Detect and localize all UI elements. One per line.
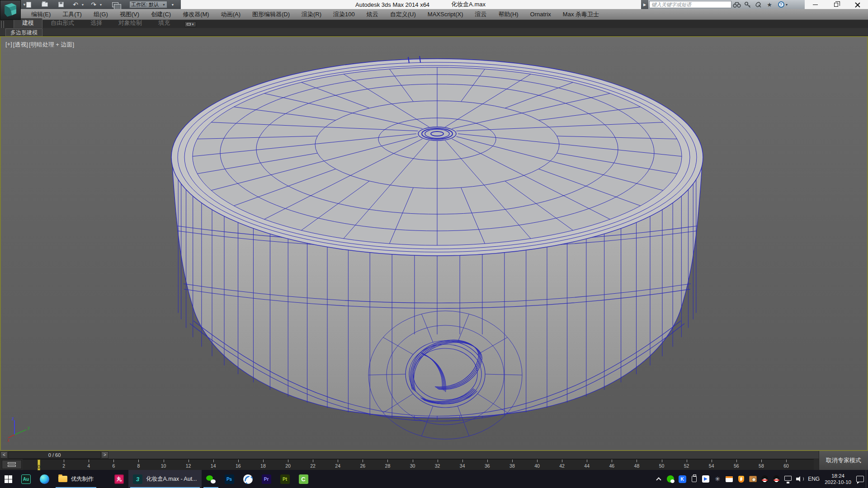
tray-network[interactable] — [782, 470, 794, 488]
menu-item-9[interactable]: 渲染(R) — [296, 9, 327, 20]
menu-item-12[interactable]: 自定义(U) — [384, 9, 422, 20]
taskbar-aperture-app[interactable] — [239, 470, 257, 488]
menu-item-8[interactable]: 图形编辑器(D) — [246, 9, 296, 20]
minimize-button[interactable] — [808, 0, 822, 9]
qat-customize-button[interactable]: ▼ — [169, 1, 176, 8]
restore-button[interactable] — [830, 0, 843, 9]
screen: ↶ ▼ ↷ ▼ 工作区: 默认 ▼ ▼ Autodesk 3ds Max 201… — [0, 0, 868, 488]
tray-usb[interactable] — [688, 470, 700, 488]
taskbar-photoshop[interactable]: Ps — [220, 470, 239, 488]
show-desktop-button[interactable] — [866, 470, 868, 488]
ribbon-tab-4[interactable]: 对象绘制 — [110, 19, 150, 28]
tray-wechat[interactable] — [665, 470, 676, 488]
close-button[interactable] — [851, 0, 864, 9]
help-button[interactable]: ? ▼ — [778, 0, 788, 9]
action-center-button[interactable] — [854, 470, 866, 488]
next-frame-button[interactable]: > — [101, 451, 108, 459]
redo-dropdown[interactable]: ▼ — [99, 1, 103, 8]
ruler-tick — [138, 460, 139, 462]
workspace-selector[interactable]: 工作区: 默认 ▼ — [129, 1, 167, 8]
viewport-pov-menu[interactable]: [透视] — [13, 41, 28, 49]
ruler-tick — [387, 460, 388, 462]
search-button[interactable] — [731, 0, 742, 9]
ribbon-tab-2[interactable]: 自由形式 — [42, 19, 82, 28]
hidden-icons-button[interactable] — [653, 470, 665, 488]
favorites-button[interactable]: ★ — [764, 0, 775, 9]
tray-security[interactable] — [735, 470, 747, 488]
menu-item-6[interactable]: 修改器(M) — [177, 9, 215, 20]
audition-icon: Au — [21, 474, 31, 484]
undo-dropdown[interactable]: ▼ — [80, 1, 85, 8]
time-slider[interactable]: 0 — [38, 460, 40, 470]
search-input[interactable] — [649, 1, 731, 8]
taskbar-3dsmax-window[interactable]: 3 化妆盒A.max - Aut... — [128, 470, 202, 488]
open-file-icon — [42, 2, 48, 7]
ruler-tick — [164, 460, 164, 462]
menu-item-14[interactable]: 渲云 — [469, 9, 493, 20]
start-button[interactable] — [0, 470, 17, 488]
taskbar-edge[interactable] — [35, 470, 54, 488]
app-menu-button[interactable] — [0, 0, 21, 20]
star-icon: ★ — [767, 2, 772, 8]
taskbar-painter[interactable]: Pt — [276, 470, 294, 488]
subscription-button[interactable] — [742, 0, 753, 9]
undo-button[interactable]: ↶ — [71, 1, 80, 8]
ruler-tick-label: 20 — [285, 463, 291, 469]
save-button[interactable] — [57, 1, 65, 8]
ruler-tick-label: 54 — [709, 463, 714, 469]
taskbar-camtasia[interactable]: C — [294, 470, 313, 488]
taskbar-audition[interactable]: Au — [17, 470, 35, 488]
menu-item-13[interactable]: MAXScript(X) — [422, 9, 469, 20]
ribbon-tab-3[interactable]: 选择 — [82, 19, 110, 28]
clock[interactable]: 18:24 2022-10-10 — [822, 473, 854, 485]
ruler-tick-label: 18 — [260, 463, 266, 469]
taskbar-premiere[interactable]: Pr — [257, 470, 276, 488]
ruler-tick — [238, 460, 239, 462]
menu-item-15[interactable]: 帮助(H) — [493, 9, 524, 20]
taskbar-explorer-window[interactable]: 优先制作 — [54, 470, 98, 488]
viewport-shading-menu[interactable]: [明暗处理 + 边面] — [29, 41, 74, 49]
ruler-tick-label: 40 — [534, 463, 540, 469]
tray-meeting[interactable] — [700, 470, 712, 488]
chevron-down-icon: ▼ — [192, 23, 194, 26]
frame-counter[interactable]: 0 / 60 — [8, 451, 101, 459]
perspective-viewport[interactable]: [+] [透视] [明暗处理 + 边面] z y x — [0, 36, 868, 451]
polygon-modeling-panel-tab[interactable]: 多边形建模 — [5, 28, 42, 36]
redo-button[interactable]: ↷ — [90, 1, 98, 8]
mini-curve-editor-button[interactable] — [2, 460, 22, 469]
time-ruler[interactable]: 0 24681012141618202224262830323436384042… — [23, 459, 814, 470]
ribbon-tab-bar: 建模自由形式选择对象绘制填充 ▼ — [0, 20, 868, 28]
frame-scrubber-row: < 0 / 60 > — [0, 451, 819, 459]
tray-kuaishou[interactable]: K — [676, 470, 688, 488]
taskbar-wechat[interactable] — [202, 470, 220, 488]
tray-screenshot[interactable] — [747, 470, 759, 488]
tray-volume[interactable] — [794, 470, 806, 488]
tray-docs[interactable] — [723, 470, 735, 488]
wechat-icon — [667, 475, 674, 483]
infocenter-expand-button[interactable]: ▶ — [641, 0, 648, 9]
photoshop-icon: Ps — [225, 474, 234, 484]
chevron-down-icon: ▼ — [162, 3, 165, 6]
tray-snowflake-app[interactable]: ✳ — [712, 470, 723, 488]
menu-item-7[interactable]: 动画(A) — [215, 9, 246, 20]
3dsmax-icon: 3 — [133, 474, 142, 484]
menu-item-17[interactable]: Max 杀毒卫士 — [557, 9, 605, 20]
language-indicator[interactable]: ENG — [806, 476, 822, 482]
communication-center-button[interactable] — [753, 0, 764, 9]
cancel-expert-mode-button[interactable]: 取消专家模式 — [819, 451, 868, 470]
tray-qq-1[interactable] — [759, 470, 770, 488]
help-icon: ? — [778, 1, 784, 8]
app-menu-dropdown-icon[interactable]: ▼ — [23, 3, 26, 7]
menu-item-16[interactable]: Ornatrix — [524, 9, 557, 20]
ruler-tick-label: 16 — [236, 463, 241, 469]
viewport-general-menu[interactable]: [+] — [5, 41, 12, 49]
menu-item-11[interactable]: 炫云 — [361, 9, 384, 20]
ribbon-tab-5[interactable]: 填充 — [150, 19, 178, 28]
prev-frame-button[interactable]: < — [0, 451, 8, 459]
ribbon-display-toggle[interactable]: ▼ — [184, 21, 196, 27]
taskbar-wan-app[interactable]: 丸 — [110, 470, 128, 488]
tray-qq-2[interactable] — [770, 470, 782, 488]
open-file-button[interactable] — [41, 1, 49, 8]
workspace-switch-button[interactable] — [111, 1, 119, 8]
menu-item-10[interactable]: 渲染100 — [327, 9, 361, 20]
